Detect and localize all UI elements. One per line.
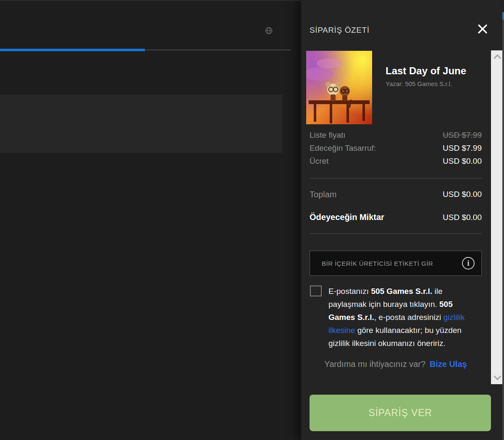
chevron-down-icon[interactable] bbox=[494, 372, 501, 380]
chevron-up-icon[interactable] bbox=[494, 54, 501, 62]
total-label: Toplam bbox=[310, 190, 336, 199]
help-question: Yardıma mı ihtiyacınız var? bbox=[324, 359, 425, 369]
total-value: USD $0.00 bbox=[443, 190, 482, 199]
price-breakdown: Liste fiyatı USD $7.99 Edeceğin Tasarruf… bbox=[310, 131, 482, 170]
panel-title: SİPARİŞ ÖZETİ bbox=[310, 26, 370, 35]
email-consent-text: E-postanızı 505 Games S.r.l. ile paylaşm… bbox=[328, 285, 474, 350]
creator-tag-input[interactable] bbox=[310, 251, 462, 275]
price-row-fee: Ücret USD $0.00 bbox=[310, 157, 482, 170]
publisher-name: 505 Games S.r.l. bbox=[371, 287, 432, 296]
amount-payable-label: Ödeyeceğin Miktar bbox=[310, 212, 384, 222]
globe-icon[interactable] bbox=[265, 27, 273, 34]
price-value: USD $7.99 bbox=[443, 131, 482, 140]
order-summary-panel: SİPARİŞ ÖZETİ bbox=[301, 0, 504, 440]
close-icon[interactable] bbox=[477, 24, 488, 35]
checkout-progress-track bbox=[145, 50, 291, 50]
contact-us-link[interactable]: Bize Ulaş bbox=[430, 359, 467, 369]
window-scrollbar-thumb[interactable] bbox=[502, 12, 504, 20]
price-label: Liste fiyatı bbox=[310, 131, 346, 140]
price-value: USD $7.99 bbox=[443, 144, 482, 153]
checkout-page: SİPARİŞ ÖZETİ bbox=[0, 0, 504, 440]
amount-payable-value: USD $0.00 bbox=[443, 213, 482, 222]
divider bbox=[310, 233, 482, 234]
price-label: Edeceğin Tasarruf: bbox=[310, 144, 376, 153]
background-content-card bbox=[0, 94, 282, 153]
place-order-button[interactable]: SİPARİŞ VER bbox=[310, 395, 491, 431]
game-author: Yazar: 505 Games S.r.l. bbox=[386, 80, 452, 87]
amount-payable-row: Ödeyeceğin Miktar USD $0.00 bbox=[310, 212, 482, 222]
window-scrollbar-cap bbox=[502, 0, 504, 12]
help-line: Yardıma mı ihtiyacınız var? Bize Ulaş bbox=[310, 359, 482, 369]
game-title: Last Day of June bbox=[386, 65, 466, 77]
game-cover-art bbox=[306, 51, 372, 124]
price-label: Ücret bbox=[310, 157, 328, 166]
panel-scrollbar[interactable] bbox=[491, 50, 503, 384]
consent-text-part: , e-posta adresinizi bbox=[374, 313, 444, 322]
window-scrollbar[interactable] bbox=[502, 0, 504, 440]
email-consent-row: E-postanızı 505 Games S.r.l. ile paylaşm… bbox=[310, 285, 478, 350]
price-value: USD $0.00 bbox=[443, 157, 482, 166]
price-row-savings: Edeceğin Tasarruf: USD $7.99 bbox=[310, 144, 482, 157]
divider bbox=[310, 178, 482, 178]
price-row-list-price: Liste fiyatı USD $7.99 bbox=[310, 131, 482, 144]
creator-tag-box: i bbox=[310, 251, 482, 276]
info-icon[interactable]: i bbox=[462, 257, 475, 270]
total-row: Toplam USD $0.00 bbox=[310, 190, 482, 199]
checkout-progress-bar bbox=[0, 49, 145, 51]
email-consent-checkbox[interactable] bbox=[310, 285, 322, 296]
consent-text-part: E-postanızı bbox=[328, 287, 371, 296]
